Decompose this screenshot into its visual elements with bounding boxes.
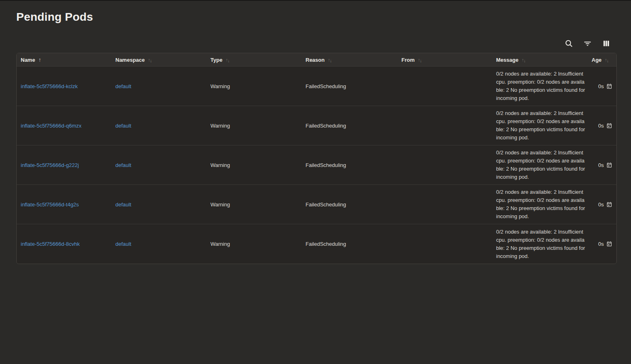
message-cell: 0/2 nodes are available: 2 Insufficient … <box>492 228 588 260</box>
pod-name-cell: inflate-5c5f75666d-q6mzx <box>17 123 111 129</box>
reason-cell: FailedScheduling <box>301 241 397 247</box>
column-header-age[interactable]: Age↑↓ <box>588 53 616 66</box>
table-toolbar <box>0 38 611 49</box>
column-header-from[interactable]: From↑↓ <box>397 53 492 66</box>
namespace-link[interactable]: default <box>115 83 131 89</box>
sort-toggle-icon: ↑↓ <box>522 58 525 62</box>
filter-button[interactable] <box>582 38 593 49</box>
sort-toggle-icon: ↑↓ <box>418 58 422 62</box>
age-cell: 0s <box>588 83 616 89</box>
namespace-cell: default <box>111 202 206 208</box>
message-cell: 0/2 nodes are available: 2 Insufficient … <box>492 109 588 142</box>
pending-pods-page: Pending Pods <box>0 11 631 264</box>
table-row[interactable]: inflate-5c5f75666d-g222j default Warning… <box>17 145 616 185</box>
column-header-message[interactable]: Message↑↓ <box>492 53 588 66</box>
type-cell: Warning <box>206 123 301 129</box>
filter-icon <box>583 39 592 48</box>
type-cell: Warning <box>206 202 301 208</box>
namespace-link[interactable]: default <box>115 162 131 168</box>
pod-name-cell: inflate-5c5f75666d-8cvhk <box>17 241 111 247</box>
calendar-icon <box>606 123 612 129</box>
namespace-link[interactable]: default <box>115 123 131 129</box>
calendar-icon <box>606 83 612 89</box>
age-value: 0s <box>598 123 604 129</box>
age-cell: 0s <box>588 241 616 247</box>
table-row[interactable]: inflate-5c5f75666d-kclzk default Warning… <box>17 67 616 106</box>
age-value: 0s <box>598 241 604 247</box>
table-row[interactable]: inflate-5c5f75666d-t4g2s default Warning… <box>17 185 616 224</box>
pod-name-link[interactable]: inflate-5c5f75666d-kclzk <box>21 83 78 89</box>
namespace-link[interactable]: default <box>115 202 131 208</box>
pod-name-link[interactable]: inflate-5c5f75666d-g222j <box>21 162 79 168</box>
message-cell: 0/2 nodes are available: 2 Insufficient … <box>492 70 588 102</box>
sort-toggle-icon: ↑↓ <box>226 58 229 62</box>
top-border <box>0 0 631 2</box>
calendar-icon <box>606 162 612 168</box>
type-cell: Warning <box>206 83 301 89</box>
age-value: 0s <box>598 162 604 168</box>
column-label: Age <box>592 57 602 63</box>
search-button[interactable] <box>564 38 574 49</box>
reason-cell: FailedScheduling <box>301 162 397 168</box>
reason-cell: FailedScheduling <box>301 202 397 208</box>
table-row[interactable]: inflate-5c5f75666d-q6mzx default Warning… <box>17 106 616 145</box>
namespace-cell: default <box>111 162 206 168</box>
pending-pods-table: Name↑Namespace↑↓Type↑↓Reason↑↓From↑↓Mess… <box>16 53 617 264</box>
age-cell: 0s <box>588 202 616 208</box>
sort-toggle-icon: ↑↓ <box>328 58 332 62</box>
age-value: 0s <box>598 83 604 89</box>
column-label: Reason <box>306 57 325 63</box>
sort-toggle-icon: ↑↓ <box>605 58 609 62</box>
reason-cell: FailedScheduling <box>301 83 397 89</box>
table-header-row: Name↑Namespace↑↓Type↑↓Reason↑↓From↑↓Mess… <box>17 53 616 67</box>
namespace-link[interactable]: default <box>115 241 131 247</box>
pod-name-cell: inflate-5c5f75666d-t4g2s <box>17 202 111 208</box>
reason-cell: FailedScheduling <box>301 123 397 129</box>
age-cell: 0s <box>588 123 616 129</box>
type-cell: Warning <box>206 241 301 247</box>
type-cell: Warning <box>206 162 301 168</box>
pod-name-link[interactable]: inflate-5c5f75666d-q6mzx <box>21 123 82 129</box>
namespace-cell: default <box>111 123 206 129</box>
namespace-cell: default <box>111 241 206 247</box>
column-label: Namespace <box>115 57 145 63</box>
calendar-icon <box>606 202 612 208</box>
column-header-reason[interactable]: Reason↑↓ <box>301 53 397 66</box>
sort-asc-icon: ↑ <box>38 57 41 63</box>
page-title: Pending Pods <box>16 11 631 24</box>
age-cell: 0s <box>588 162 616 168</box>
search-icon <box>564 39 573 48</box>
pod-name-link[interactable]: inflate-5c5f75666d-8cvhk <box>21 241 80 247</box>
calendar-icon <box>606 241 612 247</box>
message-cell: 0/2 nodes are available: 2 Insufficient … <box>492 149 588 181</box>
namespace-cell: default <box>111 83 206 89</box>
table-row[interactable]: inflate-5c5f75666d-8cvhk default Warning… <box>17 224 616 264</box>
columns-button[interactable] <box>601 38 611 49</box>
column-header-type[interactable]: Type↑↓ <box>206 53 301 66</box>
column-label: Message <box>496 57 518 63</box>
table-body: inflate-5c5f75666d-kclzk default Warning… <box>17 67 616 264</box>
message-cell: 0/2 nodes are available: 2 Insufficient … <box>492 188 588 221</box>
column-label: Name <box>21 57 35 63</box>
column-label: From <box>401 57 415 63</box>
column-header-namespace[interactable]: Namespace↑↓ <box>111 53 206 66</box>
sort-toggle-icon: ↑↓ <box>148 58 152 62</box>
age-value: 0s <box>598 202 604 208</box>
column-header-name[interactable]: Name↑ <box>17 53 111 66</box>
pod-name-link[interactable]: inflate-5c5f75666d-t4g2s <box>21 202 79 208</box>
column-label: Type <box>210 57 222 63</box>
pod-name-cell: inflate-5c5f75666d-kclzk <box>17 83 111 89</box>
pod-name-cell: inflate-5c5f75666d-g222j <box>17 162 111 168</box>
columns-icon <box>602 39 610 48</box>
